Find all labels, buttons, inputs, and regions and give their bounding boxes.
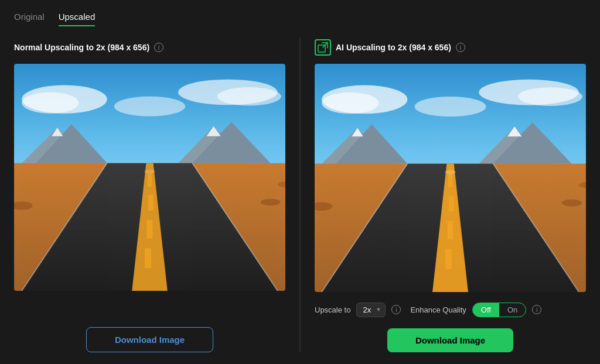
right-panel-title: AI Upscaling to 2x (984 x 656) bbox=[336, 43, 451, 52]
svg-rect-21 bbox=[148, 174, 152, 187]
left-info-icon[interactable]: i bbox=[154, 43, 163, 52]
left-download-button[interactable]: Download Image bbox=[86, 327, 213, 352]
ai-upscale-icon bbox=[315, 39, 331, 56]
content-area: Normal Upscaling to 2x (984 x 656) i bbox=[14, 38, 586, 352]
toggle-on-button[interactable]: On bbox=[499, 303, 526, 317]
panel-divider bbox=[299, 38, 301, 352]
right-controls-row: Upscale to 2x 1x 4x 8x i Enhance Quality… bbox=[315, 299, 586, 320]
enhance-info-icon[interactable]: i bbox=[532, 305, 541, 314]
svg-point-35 bbox=[415, 97, 486, 116]
tab-original[interactable]: Original bbox=[14, 12, 45, 26]
right-panel-header: AI Upscaling to 2x (984 x 656) i bbox=[315, 38, 586, 57]
svg-point-32 bbox=[322, 92, 379, 114]
enhance-toggle-group: Off On bbox=[472, 303, 526, 317]
toggle-off-button[interactable]: Off bbox=[473, 303, 499, 317]
svg-point-46 bbox=[562, 200, 582, 207]
left-download-row: Download Image bbox=[14, 327, 285, 352]
svg-rect-22 bbox=[148, 195, 153, 211]
svg-point-2 bbox=[22, 92, 79, 114]
svg-rect-51 bbox=[448, 174, 452, 187]
svg-rect-23 bbox=[147, 220, 153, 239]
left-image-container bbox=[14, 64, 285, 291]
right-panel: AI Upscaling to 2x (984 x 656) i bbox=[315, 38, 586, 352]
right-info-icon[interactable]: i bbox=[456, 43, 465, 52]
svg-point-34 bbox=[518, 87, 582, 106]
app-container: Original Upscaled Normal Upscaling to 2x… bbox=[0, 0, 600, 364]
svg-point-57 bbox=[445, 170, 456, 174]
svg-point-4 bbox=[217, 87, 281, 106]
svg-point-16 bbox=[261, 198, 281, 205]
upscale-select-wrapper: 2x 1x 4x 8x bbox=[356, 303, 386, 317]
left-panel: Normal Upscaling to 2x (984 x 656) i bbox=[14, 38, 285, 352]
svg-point-27 bbox=[144, 170, 155, 174]
svg-rect-24 bbox=[145, 248, 151, 268]
svg-rect-54 bbox=[445, 249, 452, 269]
upscale-info-icon[interactable]: i bbox=[391, 305, 401, 314]
right-download-button[interactable]: Download Image bbox=[387, 328, 513, 352]
upscale-select[interactable]: 2x 1x 4x 8x bbox=[356, 303, 386, 317]
enhance-quality-label: Enhance Quality bbox=[410, 305, 466, 314]
svg-rect-52 bbox=[449, 195, 454, 211]
tabs-bar: Original Upscaled bbox=[14, 12, 586, 26]
svg-point-5 bbox=[114, 97, 185, 116]
right-download-row: Download Image bbox=[315, 328, 586, 352]
right-road-image bbox=[315, 64, 586, 292]
tab-upscaled[interactable]: Upscaled bbox=[59, 12, 96, 26]
left-panel-header: Normal Upscaling to 2x (984 x 656) i bbox=[14, 38, 285, 57]
left-road-image bbox=[14, 64, 285, 291]
right-image-container bbox=[315, 64, 586, 292]
left-panel-title: Normal Upscaling to 2x (984 x 656) bbox=[14, 43, 149, 52]
svg-rect-53 bbox=[448, 221, 454, 239]
upscale-label: Upscale to bbox=[315, 305, 350, 314]
